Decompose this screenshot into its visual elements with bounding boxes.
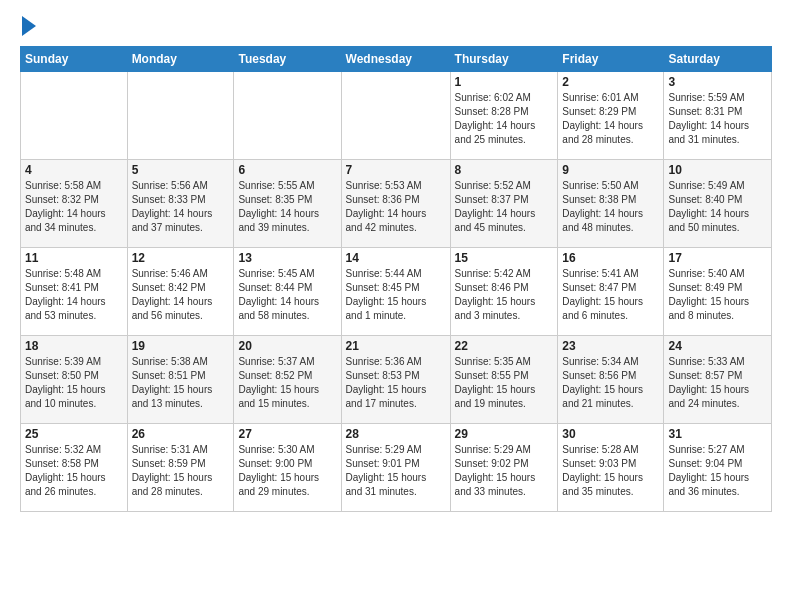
day-cell: 7Sunrise: 5:53 AM Sunset: 8:36 PM Daylig… (341, 160, 450, 248)
day-number: 1 (455, 75, 554, 89)
day-cell: 30Sunrise: 5:28 AM Sunset: 9:03 PM Dayli… (558, 424, 664, 512)
day-number: 9 (562, 163, 659, 177)
day-info: Sunrise: 5:33 AM Sunset: 8:57 PM Dayligh… (668, 355, 767, 411)
day-info: Sunrise: 5:48 AM Sunset: 8:41 PM Dayligh… (25, 267, 123, 323)
day-number: 25 (25, 427, 123, 441)
day-info: Sunrise: 5:32 AM Sunset: 8:58 PM Dayligh… (25, 443, 123, 499)
day-cell: 9Sunrise: 5:50 AM Sunset: 8:38 PM Daylig… (558, 160, 664, 248)
day-number: 6 (238, 163, 336, 177)
day-number: 22 (455, 339, 554, 353)
day-info: Sunrise: 5:28 AM Sunset: 9:03 PM Dayligh… (562, 443, 659, 499)
day-number: 20 (238, 339, 336, 353)
day-number: 19 (132, 339, 230, 353)
day-info: Sunrise: 5:59 AM Sunset: 8:31 PM Dayligh… (668, 91, 767, 147)
day-info: Sunrise: 5:30 AM Sunset: 9:00 PM Dayligh… (238, 443, 336, 499)
day-number: 13 (238, 251, 336, 265)
day-info: Sunrise: 5:55 AM Sunset: 8:35 PM Dayligh… (238, 179, 336, 235)
day-number: 16 (562, 251, 659, 265)
day-info: Sunrise: 5:29 AM Sunset: 9:01 PM Dayligh… (346, 443, 446, 499)
header (20, 16, 772, 36)
day-cell: 17Sunrise: 5:40 AM Sunset: 8:49 PM Dayli… (664, 248, 772, 336)
day-number: 10 (668, 163, 767, 177)
day-cell: 14Sunrise: 5:44 AM Sunset: 8:45 PM Dayli… (341, 248, 450, 336)
logo (20, 16, 36, 36)
day-cell: 4Sunrise: 5:58 AM Sunset: 8:32 PM Daylig… (21, 160, 128, 248)
day-number: 3 (668, 75, 767, 89)
logo-text (20, 16, 36, 36)
day-cell: 12Sunrise: 5:46 AM Sunset: 8:42 PM Dayli… (127, 248, 234, 336)
day-cell: 29Sunrise: 5:29 AM Sunset: 9:02 PM Dayli… (450, 424, 558, 512)
day-cell: 13Sunrise: 5:45 AM Sunset: 8:44 PM Dayli… (234, 248, 341, 336)
day-number: 5 (132, 163, 230, 177)
day-cell: 8Sunrise: 5:52 AM Sunset: 8:37 PM Daylig… (450, 160, 558, 248)
day-number: 27 (238, 427, 336, 441)
day-cell: 1Sunrise: 6:02 AM Sunset: 8:28 PM Daylig… (450, 72, 558, 160)
day-cell: 11Sunrise: 5:48 AM Sunset: 8:41 PM Dayli… (21, 248, 128, 336)
day-info: Sunrise: 5:46 AM Sunset: 8:42 PM Dayligh… (132, 267, 230, 323)
weekday-friday: Friday (558, 47, 664, 72)
day-info: Sunrise: 6:01 AM Sunset: 8:29 PM Dayligh… (562, 91, 659, 147)
day-info: Sunrise: 5:56 AM Sunset: 8:33 PM Dayligh… (132, 179, 230, 235)
day-cell: 6Sunrise: 5:55 AM Sunset: 8:35 PM Daylig… (234, 160, 341, 248)
day-info: Sunrise: 5:49 AM Sunset: 8:40 PM Dayligh… (668, 179, 767, 235)
day-info: Sunrise: 5:31 AM Sunset: 8:59 PM Dayligh… (132, 443, 230, 499)
day-cell (127, 72, 234, 160)
day-info: Sunrise: 5:42 AM Sunset: 8:46 PM Dayligh… (455, 267, 554, 323)
day-cell: 23Sunrise: 5:34 AM Sunset: 8:56 PM Dayli… (558, 336, 664, 424)
day-number: 17 (668, 251, 767, 265)
day-cell: 26Sunrise: 5:31 AM Sunset: 8:59 PM Dayli… (127, 424, 234, 512)
weekday-sunday: Sunday (21, 47, 128, 72)
day-number: 4 (25, 163, 123, 177)
day-info: Sunrise: 5:53 AM Sunset: 8:36 PM Dayligh… (346, 179, 446, 235)
day-number: 12 (132, 251, 230, 265)
day-number: 29 (455, 427, 554, 441)
day-cell: 24Sunrise: 5:33 AM Sunset: 8:57 PM Dayli… (664, 336, 772, 424)
day-number: 26 (132, 427, 230, 441)
svg-marker-0 (22, 16, 36, 36)
day-number: 11 (25, 251, 123, 265)
day-info: Sunrise: 5:52 AM Sunset: 8:37 PM Dayligh… (455, 179, 554, 235)
day-info: Sunrise: 5:39 AM Sunset: 8:50 PM Dayligh… (25, 355, 123, 411)
day-cell (341, 72, 450, 160)
week-row-2: 4Sunrise: 5:58 AM Sunset: 8:32 PM Daylig… (21, 160, 772, 248)
calendar-table: SundayMondayTuesdayWednesdayThursdayFrid… (20, 46, 772, 512)
day-number: 28 (346, 427, 446, 441)
day-cell: 10Sunrise: 5:49 AM Sunset: 8:40 PM Dayli… (664, 160, 772, 248)
weekday-saturday: Saturday (664, 47, 772, 72)
day-number: 2 (562, 75, 659, 89)
weekday-wednesday: Wednesday (341, 47, 450, 72)
day-info: Sunrise: 5:40 AM Sunset: 8:49 PM Dayligh… (668, 267, 767, 323)
day-number: 30 (562, 427, 659, 441)
day-cell: 21Sunrise: 5:36 AM Sunset: 8:53 PM Dayli… (341, 336, 450, 424)
day-cell: 31Sunrise: 5:27 AM Sunset: 9:04 PM Dayli… (664, 424, 772, 512)
day-info: Sunrise: 5:50 AM Sunset: 8:38 PM Dayligh… (562, 179, 659, 235)
day-info: Sunrise: 6:02 AM Sunset: 8:28 PM Dayligh… (455, 91, 554, 147)
day-cell: 28Sunrise: 5:29 AM Sunset: 9:01 PM Dayli… (341, 424, 450, 512)
day-number: 24 (668, 339, 767, 353)
day-info: Sunrise: 5:34 AM Sunset: 8:56 PM Dayligh… (562, 355, 659, 411)
day-info: Sunrise: 5:37 AM Sunset: 8:52 PM Dayligh… (238, 355, 336, 411)
day-cell (234, 72, 341, 160)
day-cell: 18Sunrise: 5:39 AM Sunset: 8:50 PM Dayli… (21, 336, 128, 424)
day-info: Sunrise: 5:29 AM Sunset: 9:02 PM Dayligh… (455, 443, 554, 499)
day-cell: 20Sunrise: 5:37 AM Sunset: 8:52 PM Dayli… (234, 336, 341, 424)
logo-icon (22, 16, 36, 36)
day-info: Sunrise: 5:27 AM Sunset: 9:04 PM Dayligh… (668, 443, 767, 499)
week-row-1: 1Sunrise: 6:02 AM Sunset: 8:28 PM Daylig… (21, 72, 772, 160)
day-cell: 16Sunrise: 5:41 AM Sunset: 8:47 PM Dayli… (558, 248, 664, 336)
weekday-tuesday: Tuesday (234, 47, 341, 72)
calendar-header: SundayMondayTuesdayWednesdayThursdayFrid… (21, 47, 772, 72)
day-cell: 3Sunrise: 5:59 AM Sunset: 8:31 PM Daylig… (664, 72, 772, 160)
week-row-4: 18Sunrise: 5:39 AM Sunset: 8:50 PM Dayli… (21, 336, 772, 424)
day-cell: 19Sunrise: 5:38 AM Sunset: 8:51 PM Dayli… (127, 336, 234, 424)
day-info: Sunrise: 5:35 AM Sunset: 8:55 PM Dayligh… (455, 355, 554, 411)
day-info: Sunrise: 5:36 AM Sunset: 8:53 PM Dayligh… (346, 355, 446, 411)
day-cell: 27Sunrise: 5:30 AM Sunset: 9:00 PM Dayli… (234, 424, 341, 512)
day-info: Sunrise: 5:45 AM Sunset: 8:44 PM Dayligh… (238, 267, 336, 323)
day-cell: 15Sunrise: 5:42 AM Sunset: 8:46 PM Dayli… (450, 248, 558, 336)
day-number: 14 (346, 251, 446, 265)
weekday-thursday: Thursday (450, 47, 558, 72)
day-number: 7 (346, 163, 446, 177)
day-info: Sunrise: 5:44 AM Sunset: 8:45 PM Dayligh… (346, 267, 446, 323)
day-cell: 5Sunrise: 5:56 AM Sunset: 8:33 PM Daylig… (127, 160, 234, 248)
